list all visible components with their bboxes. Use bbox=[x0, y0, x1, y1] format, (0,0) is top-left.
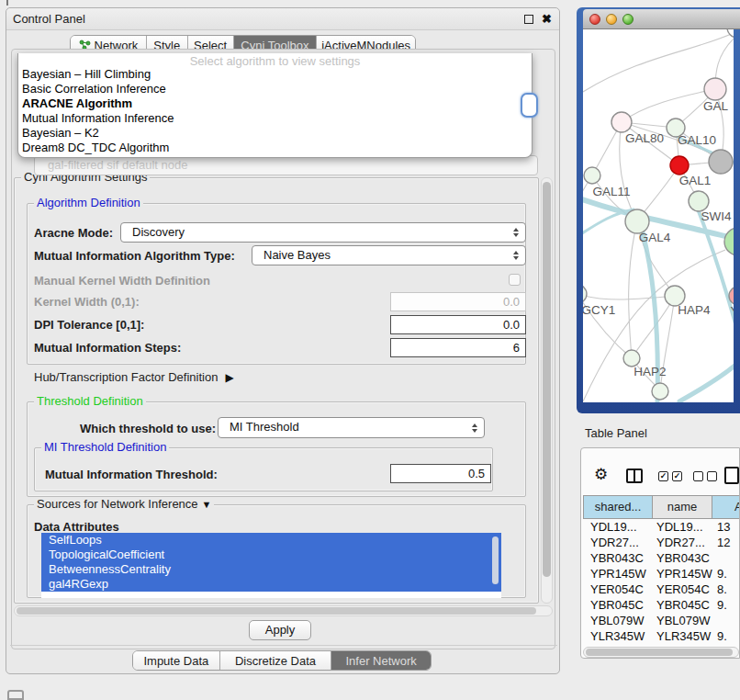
data-attributes-list[interactable]: SelfLoops TopologicalCoefficient Between… bbox=[41, 533, 501, 598]
network-node[interactable] bbox=[611, 112, 632, 132]
table-row[interactable]: YBR043C YBR043C bbox=[583, 550, 740, 566]
footer-divider bbox=[10, 645, 557, 646]
collapse-arrow-icon[interactable]: ▼ bbox=[202, 499, 212, 510]
mi-threshold-label: Mutual Information Threshold: bbox=[45, 468, 218, 481]
column-header-name[interactable]: name bbox=[653, 495, 712, 519]
which-threshold-select[interactable]: MI Threshold bbox=[218, 417, 485, 438]
table-horizontal-scrollbar[interactable] bbox=[583, 647, 739, 658]
network-node[interactable] bbox=[704, 78, 726, 100]
mi-type-select[interactable]: Naive Bayes bbox=[252, 245, 526, 265]
close-traffic-icon[interactable] bbox=[589, 14, 600, 25]
column-header-shared-name[interactable]: shared... bbox=[583, 495, 653, 519]
algorithm-option[interactable]: Bayesian – Hill Climbing bbox=[18, 67, 532, 82]
sources-title-row[interactable]: Sources for Network Inference▼ bbox=[34, 498, 214, 511]
settings-vertical-scrollbar[interactable] bbox=[541, 177, 553, 604]
table-row[interactable]: YER054C YER054C 8. bbox=[583, 581, 740, 597]
network-node[interactable] bbox=[583, 285, 587, 303]
table-row[interactable]: YDR27... YDR27... 12 bbox=[583, 535, 740, 550]
attribute-item-selected[interactable]: gal4RGexp bbox=[41, 577, 501, 592]
close-icon[interactable]: ✖ bbox=[542, 11, 552, 28]
sources-title: Sources for Network Inference bbox=[37, 497, 198, 511]
table-row[interactable]: YLR345W YLR345W 9. bbox=[583, 628, 740, 644]
float-icon[interactable] bbox=[524, 15, 533, 24]
table-horizontal-scrollbar-thumb[interactable] bbox=[586, 649, 733, 656]
cell-shared-name: YLR345W bbox=[590, 628, 645, 644]
table-row[interactable]: YBR045C YBR045C 9. bbox=[583, 597, 740, 613]
settings-vertical-scrollbar-thumb[interactable] bbox=[543, 182, 551, 577]
document-icon[interactable] bbox=[724, 467, 739, 484]
stepper-icon bbox=[513, 251, 519, 260]
cytoscape-desktop: Control Panel ✖ Network Style Select bbox=[0, 0, 740, 700]
mi-threshold-title: MI Threshold Definition bbox=[41, 441, 169, 454]
network-node[interactable] bbox=[709, 150, 733, 174]
tab-infer-network[interactable]: Infer Network bbox=[331, 651, 431, 670]
network-node-label: GAL bbox=[703, 99, 729, 113]
attribute-item-selected[interactable]: TopologicalCoefficient bbox=[41, 548, 501, 562]
algorithm-option[interactable]: Basic Correlation Inference bbox=[18, 82, 532, 96]
gear-icon[interactable]: ⚙ bbox=[594, 466, 608, 484]
network-node-label: HAP2 bbox=[633, 365, 666, 378]
checkbox-unchecked-icon[interactable] bbox=[707, 471, 717, 481]
minimize-traffic-icon[interactable] bbox=[606, 14, 617, 25]
mi-type-label: Mutual Information Algorithm Type: bbox=[34, 249, 235, 263]
settings-horizontal-scrollbar-thumb[interactable] bbox=[17, 607, 536, 615]
tab-infer-network-label: Infer Network bbox=[346, 654, 417, 668]
cell-name: YBR045C bbox=[656, 597, 710, 613]
network-node-label: GAL11 bbox=[592, 185, 630, 198]
apply-button[interactable]: Apply bbox=[249, 620, 311, 640]
algorithm-option[interactable]: Dream8 DC_TDC Algorithm bbox=[18, 141, 532, 155]
tab-impute-data[interactable]: Impute Data bbox=[133, 651, 220, 670]
column-header-partial[interactable]: A bbox=[712, 495, 740, 519]
aracne-mode-select[interactable]: Discovery bbox=[120, 222, 526, 243]
network-node[interactable] bbox=[584, 167, 600, 184]
expand-arrow-icon[interactable]: ▶ bbox=[225, 371, 233, 384]
table-row[interactable]: YBL079W YBL079W bbox=[583, 613, 740, 628]
control-panel-titlebar[interactable]: Control Panel ✖ bbox=[6, 8, 559, 30]
list-scrollbar-thumb[interactable] bbox=[492, 536, 499, 584]
cell-name: YDR27... bbox=[656, 535, 705, 550]
table-row[interactable]: YDL19... YDL19... 13 bbox=[583, 519, 740, 535]
mi-threshold-input[interactable]: 0.5 bbox=[390, 464, 491, 483]
collapsed-panel-icon[interactable] bbox=[7, 690, 24, 700]
tab-discretize-data[interactable]: Discretize Data bbox=[220, 651, 332, 670]
checkbox-checked-icon[interactable]: ✓ bbox=[658, 471, 668, 481]
which-threshold-label: Which threshold to use: bbox=[80, 422, 216, 435]
network-window-titlebar[interactable] bbox=[583, 9, 740, 29]
algorithm-option[interactable]: Bayesian – K2 bbox=[18, 126, 532, 141]
attribute-item-selected[interactable]: SelfLoops bbox=[41, 533, 501, 548]
columns-icon[interactable] bbox=[626, 469, 643, 483]
hub-definition-expander[interactable]: Hub/Transcription Factor Definition▶ bbox=[34, 370, 234, 384]
tab-discretize-data-label: Discretize Data bbox=[235, 654, 316, 668]
focused-combo-fragment bbox=[521, 93, 538, 118]
network-selector-combo[interactable]: gal-filtered sif default node bbox=[34, 155, 538, 175]
control-panel: Control Panel ✖ Network Style Select bbox=[6, 7, 560, 674]
checkbox-unchecked-icon[interactable] bbox=[693, 471, 703, 481]
window-edge-notch bbox=[6, 0, 8, 6]
algorithm-option[interactable]: Mutual Information Inference bbox=[18, 111, 532, 126]
network-teal-edges bbox=[583, 136, 734, 401]
table-row[interactable]: YPR145W YPR145W 9. bbox=[583, 566, 740, 581]
cell-name: YPR145W bbox=[656, 566, 712, 581]
cell-value: 12 bbox=[717, 535, 730, 550]
algorithm-option-selected[interactable]: ARACNE Algorithm bbox=[18, 96, 532, 111]
checkbox-checked-icon[interactable]: ✓ bbox=[672, 471, 682, 481]
network-node-label: GAL10 bbox=[678, 133, 716, 147]
network-node[interactable] bbox=[652, 383, 668, 400]
settings-horizontal-scrollbar[interactable] bbox=[14, 605, 553, 616]
cell-name: YER054C bbox=[656, 581, 710, 597]
network-node[interactable] bbox=[727, 29, 734, 38]
mi-steps-input[interactable]: 6 bbox=[390, 338, 526, 357]
zoom-traffic-icon[interactable] bbox=[622, 14, 633, 25]
table-panel-title: Table Panel bbox=[585, 426, 647, 440]
attribute-item-selected[interactable]: BetweennessCentrality bbox=[41, 562, 501, 577]
network-node-label: HAP4 bbox=[678, 303, 711, 317]
network-node[interactable] bbox=[689, 191, 709, 211]
dpi-tolerance-input[interactable]: 0.0 bbox=[390, 315, 526, 334]
manual-kernel-checkbox[interactable] bbox=[509, 274, 521, 286]
cell-name: YLR345W bbox=[656, 628, 711, 644]
kernel-width-input[interactable]: 0.0 bbox=[390, 292, 526, 311]
network-canvas[interactable]: GAL GAL80 GAL10 GAL1 GAL11 SWI4 GAL4 GCY… bbox=[583, 29, 734, 402]
network-node[interactable] bbox=[724, 228, 734, 255]
network-node-selected[interactable] bbox=[670, 156, 689, 175]
threshold-definition-title: Threshold Definition bbox=[34, 395, 146, 408]
